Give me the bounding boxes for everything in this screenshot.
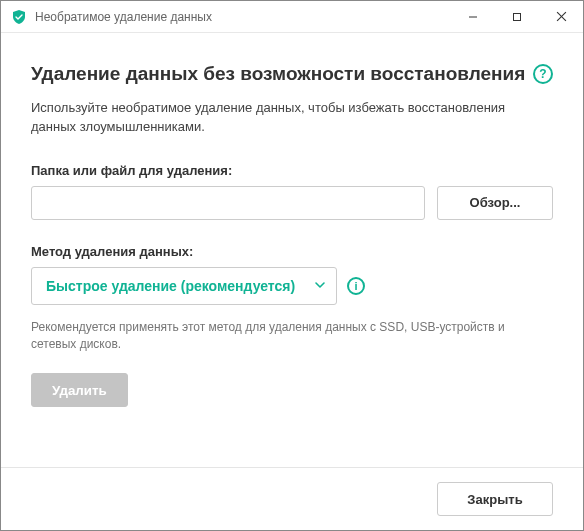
close-window-button[interactable] bbox=[539, 1, 583, 32]
shield-icon bbox=[11, 9, 27, 25]
titlebar: Необратимое удаление данных bbox=[1, 1, 583, 33]
path-label: Папка или файл для удаления: bbox=[31, 163, 553, 178]
minimize-button[interactable] bbox=[451, 1, 495, 32]
method-label: Метод удаления данных: bbox=[31, 244, 553, 259]
info-icon[interactable]: i bbox=[347, 277, 365, 295]
path-row: Обзор... bbox=[31, 186, 553, 220]
svg-rect-1 bbox=[514, 13, 521, 20]
delete-button[interactable]: Удалить bbox=[31, 373, 128, 407]
path-input[interactable] bbox=[31, 186, 425, 220]
content-area: Удаление данных без возможности восстано… bbox=[1, 33, 583, 467]
footer: Закрыть bbox=[1, 467, 583, 530]
chevron-down-icon bbox=[314, 277, 326, 295]
header-row: Удаление данных без возможности восстано… bbox=[31, 63, 553, 85]
window-controls bbox=[451, 1, 583, 32]
method-hint: Рекомендуется применять этот метод для у… bbox=[31, 319, 553, 354]
method-selected: Быстрое удаление (рекомендуется) bbox=[46, 278, 295, 294]
browse-button[interactable]: Обзор... bbox=[437, 186, 553, 220]
close-button[interactable]: Закрыть bbox=[437, 482, 553, 516]
maximize-button[interactable] bbox=[495, 1, 539, 32]
method-dropdown[interactable]: Быстрое удаление (рекомендуется) bbox=[31, 267, 337, 305]
method-row: Быстрое удаление (рекомендуется) i bbox=[31, 267, 553, 305]
help-icon[interactable]: ? bbox=[533, 64, 553, 84]
page-description: Используйте необратимое удаление данных,… bbox=[31, 99, 553, 137]
window-title: Необратимое удаление данных bbox=[35, 10, 451, 24]
page-heading: Удаление данных без возможности восстано… bbox=[31, 63, 525, 85]
